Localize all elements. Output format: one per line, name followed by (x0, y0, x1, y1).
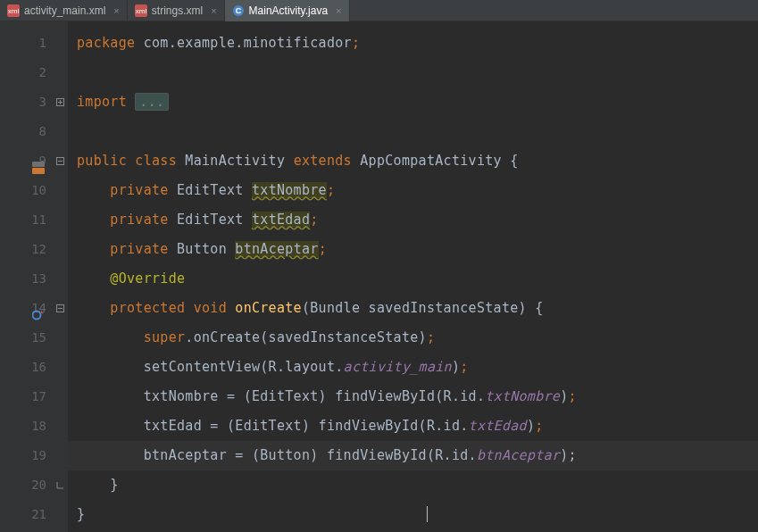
line-number: 3 (0, 87, 68, 117)
close-icon[interactable]: × (336, 5, 341, 16)
code-line: txtEdad = (EditText) findViewById(R.id.t… (68, 411, 758, 441)
code-line: private EditText txtNombre; (68, 176, 758, 205)
code-line: super.onCreate(savedInstanceState); (68, 323, 758, 353)
xml-file-icon: xml (135, 4, 147, 17)
line-number: 15 (0, 323, 68, 353)
svg-point-13 (33, 311, 41, 319)
line-number: 12 (0, 235, 68, 264)
code-line: public class MainActivity extends AppCom… (68, 146, 758, 176)
line-number: 20 (0, 470, 68, 500)
line-number: 2 (0, 58, 68, 87)
line-number: 16 (0, 353, 68, 382)
fold-collapse-icon[interactable] (55, 304, 64, 313)
code-line: } (68, 470, 758, 500)
class-nav-icon[interactable] (32, 155, 45, 168)
folded-region[interactable]: ... (135, 93, 169, 111)
code-line: @Override (68, 264, 758, 294)
close-icon[interactable]: × (211, 5, 216, 16)
code-line: private Button btnAceptar; (68, 235, 758, 264)
tab-label: strings.xml (152, 4, 203, 17)
line-number: 8 (0, 117, 68, 146)
line-number: 9 (0, 146, 68, 176)
code-line: } (68, 500, 758, 529)
line-number: 1 (0, 29, 68, 58)
code-line: import ... (68, 87, 758, 117)
java-class-icon: C (232, 4, 245, 17)
code-area[interactable]: package com.example.minotificador; impor… (68, 21, 758, 532)
svg-text:C: C (235, 6, 241, 15)
code-line: setContentView(R.layout.activity_main); (68, 353, 758, 382)
code-line: package com.example.minotificador; (68, 29, 758, 58)
line-number: 19 (0, 441, 68, 470)
line-number: 18 (0, 411, 68, 441)
code-line: private EditText txtEdad; (68, 205, 758, 235)
line-number: 14 (0, 294, 68, 323)
code-line: txtNombre = (EditText) findViewById(R.id… (68, 382, 758, 411)
tab-mainactivity[interactable]: C MainActivity.java × (225, 0, 350, 21)
fold-expand-icon[interactable] (55, 98, 64, 107)
svg-text:xml: xml (8, 7, 20, 15)
tab-label: MainActivity.java (249, 4, 328, 17)
tab-label: activity_main.xml (24, 4, 105, 17)
fold-end-icon[interactable] (55, 481, 64, 490)
code-line (68, 117, 758, 146)
override-nav-icon[interactable] (32, 303, 45, 315)
fold-collapse-icon[interactable] (55, 157, 64, 166)
svg-rect-10 (32, 162, 45, 167)
code-line: btnAceptar = (Button) findViewById(R.id.… (68, 441, 758, 470)
code-line (68, 58, 758, 87)
close-icon[interactable]: × (113, 5, 119, 16)
line-number: 13 (0, 264, 68, 294)
editor-area: 1 2 3 8 9 10 11 12 13 14 (0, 21, 758, 532)
tab-strings[interactable]: xml strings.xml × (128, 0, 225, 21)
xml-file-icon: xml (7, 4, 20, 17)
text-cursor (427, 506, 428, 522)
svg-rect-9 (32, 168, 45, 174)
tab-activity-main[interactable]: xml activity_main.xml × (0, 0, 128, 21)
line-number: 21 (0, 500, 68, 529)
editor-tabs: xml activity_main.xml × xml strings.xml … (0, 0, 758, 21)
line-number: 11 (0, 205, 68, 235)
svg-text:xml: xml (136, 7, 147, 15)
code-line: protected void onCreate(Bundle savedInst… (68, 294, 758, 323)
gutter[interactable]: 1 2 3 8 9 10 11 12 13 14 (0, 21, 68, 532)
line-number: 10 (0, 176, 68, 205)
line-number: 17 (0, 382, 68, 411)
